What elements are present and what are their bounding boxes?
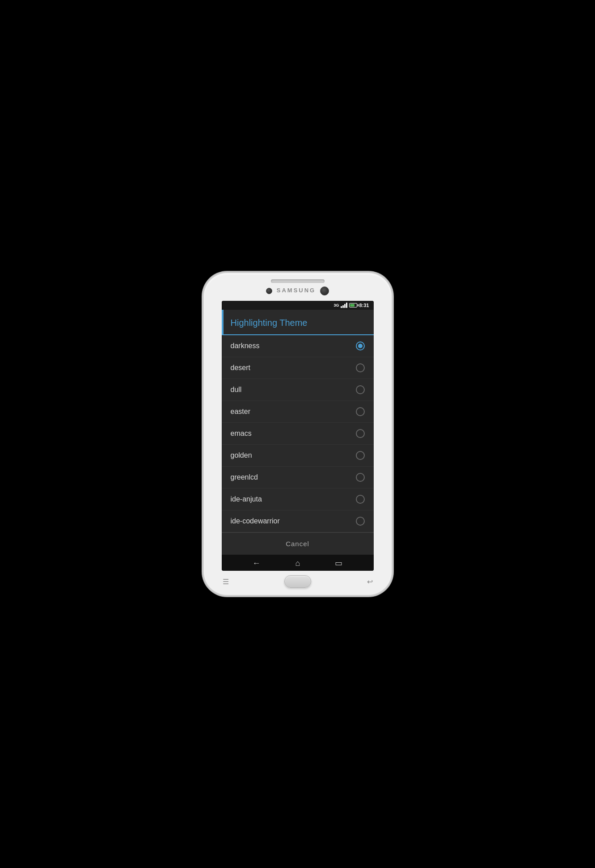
header-accent [222,310,224,334]
theme-list: darknessdesertdulleasteremacsgoldengreen… [222,335,374,532]
home-button-nav[interactable]: ⌂ [292,555,304,571]
dialog: Highlighting Theme darknessdesertdulleas… [222,310,374,555]
list-item-ide-codewarrior[interactable]: ide-codewarrior [222,510,374,532]
radio-darkness[interactable] [356,341,365,350]
cancel-button[interactable]: Cancel [222,533,374,555]
item-label-easter: easter [231,408,250,416]
network-indicator: 3G [333,303,339,308]
front-camera [266,288,272,294]
radio-easter[interactable] [356,407,365,416]
radio-golden[interactable] [356,451,365,460]
list-item-emacs[interactable]: emacs [222,423,374,445]
list-item-darkness[interactable]: darkness [222,335,374,357]
signal-strength-icon [341,303,347,308]
radio-ide-codewarrior[interactable] [356,517,365,526]
phone-device: SAMSUNG 3G 8:31 [204,273,392,595]
back-hardware-button[interactable]: ↩ [367,577,373,586]
dialog-header: Highlighting Theme [222,310,374,335]
phone-screen: 3G 8:31 Highlighting Theme [222,301,374,571]
navigation-bar: ← ⌂ ▭ [222,555,374,571]
radio-ide-anjuta[interactable] [356,495,365,504]
speaker-grille [271,279,325,283]
list-item-ide-anjuta[interactable]: ide-anjuta [222,489,374,510]
hardware-home-button[interactable] [284,575,311,588]
menu-hardware-button[interactable]: ☰ [223,577,229,586]
dialog-title: Highlighting Theme [231,318,365,328]
radio-greenlcd[interactable] [356,473,365,482]
item-label-greenlcd: greenlcd [231,473,258,481]
list-item-golden[interactable]: golden [222,445,374,467]
battery-icon [349,303,357,308]
radio-desert[interactable] [356,363,365,372]
item-label-desert: desert [231,364,250,372]
item-label-emacs: emacs [231,430,252,438]
battery-fill [350,304,354,307]
back-button[interactable]: ← [249,555,264,571]
item-label-golden: golden [231,451,252,459]
item-label-dull: dull [231,386,242,394]
phone-bottom: ☰ ↩ [204,571,392,595]
status-bar: 3G 8:31 [222,301,374,310]
item-label-ide-codewarrior: ide-codewarrior [231,517,280,525]
item-label-darkness: darkness [231,342,260,350]
list-item-easter[interactable]: easter [222,401,374,423]
list-item-greenlcd[interactable]: greenlcd [222,467,374,489]
list-item-desert[interactable]: desert [222,357,374,379]
clock: 8:31 [359,303,369,308]
radio-inner-darkness [358,344,363,348]
camera-row: SAMSUNG [266,287,329,295]
dialog-footer: Cancel [222,532,374,555]
item-label-ide-anjuta: ide-anjuta [231,495,262,503]
radio-dull[interactable] [356,385,365,394]
phone-top: SAMSUNG [204,273,392,301]
brand-label: SAMSUNG [277,287,316,294]
radio-emacs[interactable] [356,429,365,438]
recents-button[interactable]: ▭ [331,555,346,571]
list-item-dull[interactable]: dull [222,379,374,401]
sensor-dot [320,287,329,295]
status-icons: 3G 8:31 [333,303,369,308]
hardware-buttons: ☰ ↩ [223,575,373,588]
